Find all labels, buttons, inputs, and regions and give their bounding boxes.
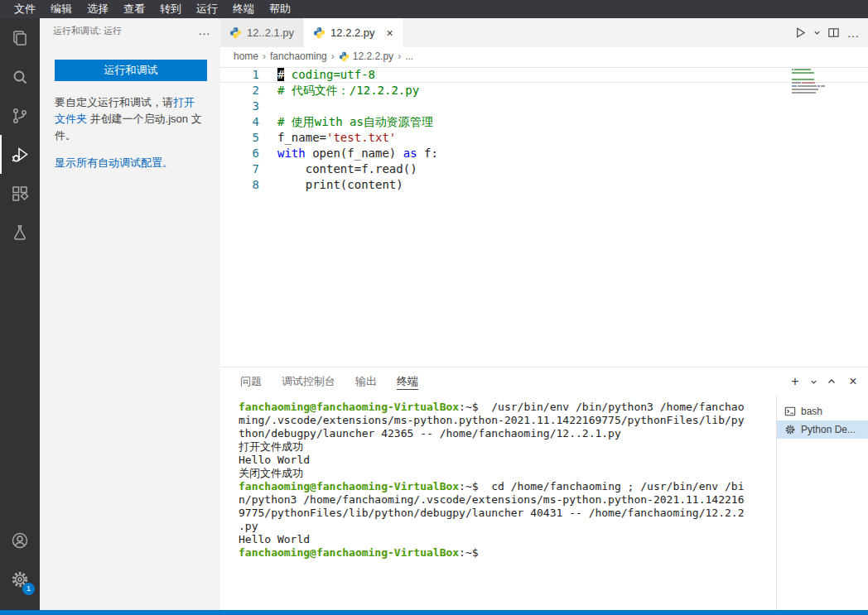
menu-item[interactable]: 运行	[189, 0, 225, 18]
terminal-line: thon/debugpy/launcher 42365 -- /home/fan…	[239, 427, 776, 440]
breadcrumb-item[interactable]: fanchaoming	[270, 50, 327, 62]
panel-tab[interactable]: 终端	[397, 368, 418, 396]
terminal-line: Hello World	[239, 454, 776, 467]
panel-tab[interactable]: 输出	[355, 368, 377, 396]
menu-item[interactable]: 帮助	[262, 0, 298, 18]
settings-gear-icon[interactable]: 1	[0, 560, 40, 598]
python-file-icon	[229, 26, 242, 39]
line-number: 2	[220, 83, 259, 98]
terminal-list: bashPython De...	[776, 396, 868, 610]
terminal-list-label: bash	[801, 406, 822, 417]
terminal-icon	[784, 406, 796, 417]
panel-tab[interactable]: 调试控制台	[282, 368, 335, 396]
breadcrumb-separator-icon: ›	[398, 50, 401, 62]
breadcrumb-separator-icon: ›	[263, 50, 266, 62]
code-line: 3	[220, 98, 868, 114]
code-line: 8 print(content)	[220, 177, 868, 193]
menu-item[interactable]: 选择	[80, 0, 116, 18]
terminal-line: Hello World	[239, 533, 776, 546]
tab-label: 12.2.2.py	[330, 26, 375, 39]
terminal-line: 打开文件成功	[239, 440, 776, 454]
sidebar-hint-text: 要自定义运行和调试，请打开文件夹 并创建一个启动.json 文件。	[55, 94, 204, 144]
code-editor[interactable]: 1# coding=utf-82# 代码文件：/12.2.2.py34# 使用w…	[220, 65, 868, 193]
minimap[interactable]	[792, 69, 856, 95]
terminal-dropdown-chevron-icon[interactable]	[808, 373, 818, 390]
terminal-list-item[interactable]: Python De...	[777, 420, 868, 439]
testing-icon[interactable]	[0, 213, 40, 252]
maximize-panel-chevron-icon[interactable]	[823, 373, 840, 390]
source-control-icon[interactable]	[0, 96, 40, 135]
sidebar-header: 运行和调试: 运行 …	[40, 18, 220, 43]
menu-item[interactable]: 文件	[7, 0, 43, 18]
code-line: 4# 使用with as自动资源管理	[220, 114, 868, 130]
activity-bar-bottom: 1	[0, 521, 40, 598]
explorer-icon[interactable]	[0, 18, 40, 57]
terminal-line: n/python3 /home/fanchaoming/.vscode/exte…	[239, 493, 776, 507]
close-panel-icon[interactable]: ×	[845, 373, 861, 390]
run-debug-sidebar: 运行和调试: 运行 … 运行和调试 要自定义运行和调试，请打开文件夹 并创建一个…	[40, 18, 220, 610]
vscode-window: 文件编辑选择查看转到运行终端帮助 1 运行和调试: 运行 … 运行和调试 要自定…	[0, 0, 868, 615]
tab-bar: 12..2.1.py12.2.2.py× …	[220, 18, 868, 47]
line-number: 3	[220, 98, 259, 114]
code-line: 6with open(f_name) as f:	[220, 146, 868, 161]
run-file-button[interactable]	[792, 24, 808, 42]
new-terminal-button[interactable]: +	[787, 373, 803, 390]
python-file-icon	[313, 26, 326, 39]
search-icon[interactable]	[0, 57, 40, 96]
editor-tab[interactable]: 12..2.1.py	[220, 18, 304, 47]
terminal-list-item[interactable]: bash	[777, 402, 868, 420]
gear-icon	[784, 424, 796, 435]
bottom-panel: 问题调试控制台输出终端 + × fanchaoming@fanchaoming-…	[220, 367, 868, 610]
menu-bar: 文件编辑选择查看转到运行终端帮助	[0, 0, 868, 18]
sidebar-more-icon[interactable]: …	[198, 26, 210, 35]
terminal-line: 9775/pythonFiles/lib/python/debugpy/laun…	[239, 507, 776, 520]
split-editor-button[interactable]	[825, 24, 841, 42]
terminal-line: fanchaoming@fanchaoming-VirtualBox:~$	[239, 546, 776, 560]
panel-tab[interactable]: 问题	[240, 368, 262, 396]
menu-item[interactable]: 终端	[225, 0, 262, 18]
editor-tab[interactable]: 12.2.2.py×	[304, 18, 403, 47]
code-line: 7 content=f.read()	[220, 161, 868, 177]
breadcrumb-item[interactable]: 12.2.2.py	[339, 50, 393, 62]
editor-actions: …	[792, 18, 861, 47]
activity-bar: 1	[0, 18, 40, 610]
tab-bar-tabs: 12..2.1.py12.2.2.py×	[220, 18, 403, 47]
line-number: 8	[220, 177, 259, 193]
status-bar	[0, 610, 868, 615]
run-and-debug-button[interactable]: 运行和调试	[55, 60, 207, 81]
line-number: 1	[220, 68, 259, 82]
tab-close-icon[interactable]: ×	[387, 26, 393, 40]
code-line: 1# coding=utf-8	[220, 67, 868, 83]
editor-area: 12..2.1.py12.2.2.py× … home›fanchaoming›…	[220, 18, 868, 367]
editor-more-actions-button[interactable]: …	[845, 24, 861, 42]
code-line: 2# 代码文件：/12.2.2.py	[220, 83, 868, 98]
panel-tabs: 问题调试控制台输出终端	[240, 368, 438, 396]
terminal-line: ming/.vscode/extensions/ms-python.python…	[239, 414, 776, 427]
terminal-line: .py	[239, 520, 776, 533]
activity-bar-top	[0, 18, 40, 252]
breadcrumb: home›fanchaoming›12.2.2.py›...	[220, 47, 868, 65]
account-icon[interactable]	[0, 521, 40, 560]
tab-label: 12..2.1.py	[247, 26, 294, 39]
terminal-list-label: Python De...	[801, 424, 856, 435]
breadcrumb-separator-icon: ›	[331, 50, 335, 62]
terminal-line: 关闭文件成功	[239, 467, 776, 480]
terminal-line: fanchaoming@fanchaoming-VirtualBox:~$ /u…	[239, 401, 776, 414]
terminal-output[interactable]: fanchaoming@fanchaoming-VirtualBox:~$ /u…	[220, 396, 776, 610]
breadcrumb-item[interactable]: ...	[405, 50, 413, 62]
terminal-line: fanchaoming@fanchaoming-VirtualBox:~$ cd…	[239, 480, 776, 493]
run-dropdown-chevron-icon[interactable]	[812, 24, 822, 42]
breadcrumb-item[interactable]: home	[234, 50, 258, 62]
menu-item[interactable]: 转到	[152, 0, 189, 18]
run-and-debug-icon[interactable]	[0, 135, 40, 174]
panel-actions: + ×	[787, 368, 861, 396]
sidebar-title: 运行和调试: 运行	[53, 25, 122, 37]
menu-item[interactable]: 编辑	[43, 0, 80, 18]
settings-badge: 1	[22, 583, 35, 595]
line-number: 7	[220, 161, 259, 177]
menu-item[interactable]: 查看	[116, 0, 152, 18]
line-number: 6	[220, 146, 259, 161]
line-number: 4	[220, 114, 259, 130]
show-debug-configs-link[interactable]: 显示所有自动调试配置。	[55, 156, 204, 171]
extensions-icon[interactable]	[0, 174, 40, 213]
